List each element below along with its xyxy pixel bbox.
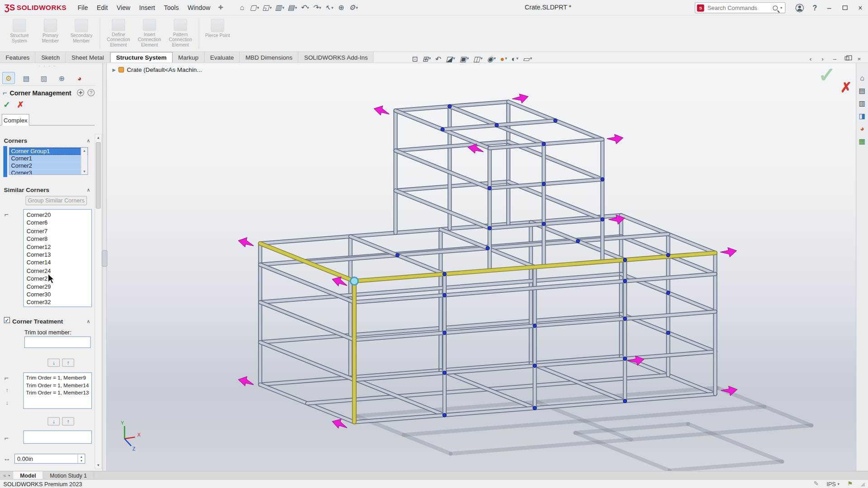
chevron-down-icon[interactable]: ▾ xyxy=(283,5,284,10)
custom-tool-icon[interactable]: ⚑ xyxy=(847,480,853,488)
chevron-down-icon[interactable]: ▾ xyxy=(838,482,840,486)
viewport-ok-button[interactable]: ✓ xyxy=(818,63,836,88)
minimize-button[interactable]: – xyxy=(821,0,837,15)
corners-listbox[interactable]: Corner Group1 Corner1 Corner2 Corner3 ▲ … xyxy=(9,147,88,175)
chevron-down-icon[interactable]: ▾ xyxy=(494,56,495,61)
print-icon[interactable]: ▤▾ xyxy=(287,1,298,14)
corners-group-header[interactable]: Corners ∧ xyxy=(0,136,94,145)
panel-grip[interactable]: · · · · xyxy=(39,64,56,69)
move-down-button[interactable]: ↓ xyxy=(47,417,60,425)
similar-corner-item[interactable]: Corner13 xyxy=(24,251,91,259)
chevron-down-icon[interactable]: ▾ xyxy=(530,56,532,61)
keep-visible-pin-icon[interactable]: ✚ xyxy=(77,89,84,96)
breadcrumb-label[interactable]: Crate (Default<As Machin... xyxy=(127,66,202,73)
collapse-icon[interactable]: ∧ xyxy=(87,137,90,143)
collapse-icon[interactable]: ∧ xyxy=(87,319,90,324)
corners-list-scrollbar[interactable]: ▲ ▼ xyxy=(81,148,88,174)
tab-features[interactable]: Features xyxy=(0,52,36,62)
chevron-down-icon[interactable]: ▾ xyxy=(331,5,333,10)
trim-order-listbox[interactable]: Trim Order = 1, Member9Trim Order = 1, M… xyxy=(23,372,92,409)
save-icon[interactable]: ▥▾ xyxy=(274,1,285,14)
menu-item[interactable]: Tools xyxy=(160,3,183,12)
pattern-connection-element-button[interactable]: Pattern Connection Element xyxy=(165,18,196,49)
similar-corner-item[interactable]: Corner6 xyxy=(24,219,91,227)
hide-show-items-icon[interactable]: ◉▾ xyxy=(486,55,497,63)
spin-down-icon[interactable]: ▼ xyxy=(78,459,85,463)
tab-sketch[interactable]: Sketch xyxy=(36,52,66,62)
tab-sheet-metal[interactable]: Sheet Metal xyxy=(66,52,110,62)
property-manager-tab[interactable]: ⚙ xyxy=(2,72,15,84)
scroll-up-icon[interactable]: ▲ xyxy=(95,135,101,141)
move-down-button[interactable]: ↓ xyxy=(47,358,60,366)
viewport-cancel-button[interactable]: ✗ xyxy=(840,80,852,96)
view-palette-icon[interactable]: ◨ xyxy=(859,113,866,120)
view-settings-icon[interactable]: ▭▾ xyxy=(522,55,533,63)
zoom-fit-icon[interactable]: ⊡ xyxy=(411,55,419,63)
weld-gap-spinner[interactable]: ▲ ▼ xyxy=(14,454,85,464)
chevron-down-icon[interactable]: ▾ xyxy=(516,56,518,61)
graphics-viewport[interactable]: YXZ ▶ Crate (Default<As Machin... ✓ ✗ xyxy=(107,63,856,471)
ok-button[interactable]: ✓ xyxy=(3,99,10,109)
apply-scene-icon[interactable]: ◐▾ xyxy=(510,55,519,63)
pane-next-icon[interactable]: › xyxy=(817,54,828,63)
options-gear-icon[interactable]: ⚙▾ xyxy=(348,1,359,14)
primary-member-button[interactable]: Primary Member xyxy=(35,18,66,49)
redo-icon[interactable]: ↷▾ xyxy=(311,1,322,14)
similar-corner-item[interactable]: Corner24 xyxy=(24,267,91,275)
cancel-button[interactable]: ✗ xyxy=(17,99,24,109)
panel-splitter[interactable] xyxy=(103,63,107,471)
configuration-manager-tab[interactable]: ▨ xyxy=(38,72,50,84)
similar-corners-group-header[interactable]: Similar Corners ∧ xyxy=(0,185,94,194)
model-tab[interactable]: Model xyxy=(14,471,43,479)
trim-order-item[interactable]: Trim Order = 1, Member9 xyxy=(24,374,91,382)
structure-system-button[interactable]: Structure System xyxy=(4,18,35,49)
motion-study-tab[interactable]: Motion Study 1 xyxy=(43,471,94,479)
feature-manager-tab[interactable]: ▤ xyxy=(20,72,33,84)
display-style-icon[interactable]: ◫▾ xyxy=(472,55,483,63)
chevron-down-icon[interactable]: ▾ xyxy=(481,56,482,61)
view-orientation-icon[interactable]: ▣▾ xyxy=(458,55,470,63)
search-chevron-icon[interactable]: ▾ xyxy=(780,5,782,10)
chevron-down-icon[interactable]: ▾ xyxy=(505,56,507,61)
move-up-button[interactable]: ↑ xyxy=(62,417,74,425)
corner-list-item[interactable]: Corner1 xyxy=(9,155,88,162)
search-box[interactable]: S ▾ xyxy=(695,2,786,13)
chevron-down-icon[interactable]: ▾ xyxy=(307,5,309,10)
file-explorer-icon[interactable]: ▥ xyxy=(859,99,866,107)
units-selector[interactable]: IPS ▾ xyxy=(826,480,840,487)
trim-tool-member-input[interactable] xyxy=(24,336,91,348)
expand-tree-icon[interactable]: ▶ xyxy=(113,67,116,72)
chevron-down-icon[interactable]: ▾ xyxy=(429,56,431,61)
tab-mbd-dimensions[interactable]: MBD Dimensions xyxy=(240,52,299,62)
corner-treatment-checkbox[interactable]: ✓ xyxy=(4,317,10,323)
doc-restore-button[interactable] xyxy=(841,54,852,63)
pane-previous-icon[interactable]: ‹ xyxy=(805,54,816,63)
secondary-member-button[interactable]: Secondary Member xyxy=(66,18,97,49)
scroll-down-icon[interactable]: ▼ xyxy=(83,169,86,174)
similar-corners-listbox[interactable]: Corner20Corner6Corner7Corner8Corner12Cor… xyxy=(23,209,92,307)
similar-corner-item[interactable]: Corner30 xyxy=(24,291,91,299)
pierce-point-button[interactable]: Pierce Point xyxy=(202,18,233,49)
chevron-down-icon[interactable]: ▾ xyxy=(295,5,297,10)
new-document-icon[interactable]: ▢▾ xyxy=(249,1,260,14)
collapse-icon[interactable]: ∧ xyxy=(87,187,90,192)
doc-close-button[interactable]: × xyxy=(854,54,864,63)
tab-markup[interactable]: Markup xyxy=(173,52,205,62)
similar-corner-item[interactable]: Corner14 xyxy=(24,258,91,267)
tab-nav-left-icon[interactable]: « xyxy=(3,473,6,478)
chevron-down-icon[interactable]: ▾ xyxy=(467,56,469,61)
corner-list-item[interactable]: Corner3 xyxy=(9,169,88,175)
chevron-down-icon[interactable]: ▾ xyxy=(270,5,272,10)
move-up-button[interactable]: ↑ xyxy=(62,358,74,366)
edit-appearance-icon[interactable]: ●▾ xyxy=(499,55,508,63)
scroll-up-icon[interactable]: ▲ xyxy=(83,148,86,153)
chevron-down-icon[interactable]: ▾ xyxy=(319,5,321,10)
trim-order-item[interactable]: Trim Order = 1, Member13 xyxy=(24,389,91,397)
corner-list-item[interactable]: Corner2 xyxy=(9,162,88,169)
similar-corner-item[interactable]: Corner20 xyxy=(24,211,91,219)
tab-solidworks-add-ins[interactable]: SOLIDWORKS Add-Ins xyxy=(298,52,373,62)
trim-target-input[interactable] xyxy=(23,431,92,444)
chevron-down-icon[interactable]: ▾ xyxy=(356,5,358,10)
similar-corner-item[interactable]: Corner32 xyxy=(24,298,91,306)
open-icon[interactable]: ◱▾ xyxy=(261,1,273,14)
